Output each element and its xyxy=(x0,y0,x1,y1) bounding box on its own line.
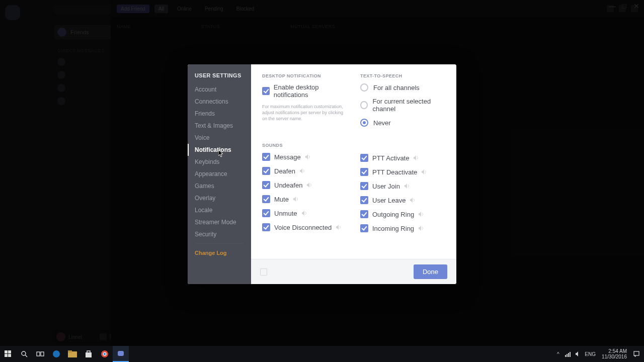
tts-option[interactable]: Never xyxy=(360,119,445,127)
nav-voice[interactable]: Voice xyxy=(188,132,251,144)
checkbox-icon[interactable] xyxy=(360,224,368,232)
enable-desktop-label: Enable desktop notifications xyxy=(274,83,347,99)
checkbox-icon[interactable] xyxy=(262,167,270,175)
nav-games[interactable]: Games xyxy=(188,180,251,192)
nav-appearance[interactable]: Appearance xyxy=(188,168,251,180)
svg-rect-1 xyxy=(8,350,11,353)
sound-row[interactable]: Message xyxy=(262,153,347,161)
checkbox-icon[interactable] xyxy=(262,87,270,95)
preview-sound-icon[interactable] xyxy=(413,155,419,161)
modal-footer: Done xyxy=(251,259,456,284)
sounds-right-col: PTT ActivatePTT DeactivateUser JoinUser … xyxy=(360,154,445,232)
taskbar-chrome[interactable] xyxy=(97,346,113,362)
nav-connections[interactable]: Connections xyxy=(188,96,251,108)
preview-sound-icon[interactable] xyxy=(336,224,342,230)
checkbox-icon[interactable] xyxy=(360,182,368,190)
notifications-panel: DESKTOP NOTIFICATION Enable desktop noti… xyxy=(251,64,456,259)
tray-volume-icon[interactable] xyxy=(575,350,582,357)
nav-overlay[interactable]: Overlay xyxy=(188,192,251,204)
tray-network-icon[interactable] xyxy=(565,350,572,357)
svg-rect-19 xyxy=(570,352,571,357)
sound-row[interactable]: Incoming Ring xyxy=(360,224,445,232)
checkbox-icon[interactable] xyxy=(262,153,270,161)
nav-changelog[interactable]: Change Log xyxy=(188,247,251,259)
sound-row[interactable]: User Join xyxy=(360,182,445,190)
enable-desktop-notifications-row[interactable]: Enable desktop notifications xyxy=(262,83,347,99)
system-tray: ^ ENG 2:54 AM 11/30/2016 xyxy=(554,348,644,359)
sounds-left-col: MessageDeafenUndeafenMuteUnmuteVoice Dis… xyxy=(262,153,347,231)
tray-clock[interactable]: 2:54 AM 11/30/2016 xyxy=(599,348,630,359)
checkbox-icon[interactable] xyxy=(360,168,368,176)
sound-label: PTT Activate xyxy=(372,154,409,162)
radio-icon[interactable] xyxy=(360,101,368,109)
desktop-notification-header: DESKTOP NOTIFICATION xyxy=(262,73,347,78)
done-button[interactable]: Done xyxy=(414,264,447,279)
preview-sound-icon[interactable] xyxy=(418,225,424,231)
nav-friends[interactable]: Friends xyxy=(188,108,251,120)
desktop-helper-text: For maximum notification customization, … xyxy=(262,104,347,122)
checkbox-icon[interactable] xyxy=(360,210,368,218)
sound-row[interactable]: Mute xyxy=(262,195,347,203)
checkbox-icon[interactable] xyxy=(262,223,270,231)
sound-row[interactable]: Deafen xyxy=(262,167,347,175)
nav-security[interactable]: Security xyxy=(188,228,251,240)
mouse-cursor-icon xyxy=(218,150,224,158)
tts-option[interactable]: For all channels xyxy=(360,83,445,92)
sound-label: PTT Deactivate xyxy=(372,168,417,176)
preview-sound-icon[interactable] xyxy=(418,211,424,217)
tray-notifications-icon[interactable] xyxy=(633,350,640,357)
preview-sound-icon[interactable] xyxy=(404,183,410,189)
sound-label: Outgoing Ring xyxy=(372,211,414,218)
radio-icon[interactable] xyxy=(360,83,368,92)
preview-sound-icon[interactable] xyxy=(306,182,312,188)
checkbox-icon[interactable] xyxy=(360,154,368,162)
checkbox-icon[interactable] xyxy=(262,195,270,203)
nav-locale[interactable]: Locale xyxy=(188,204,251,216)
sound-row[interactable]: Undeafen xyxy=(262,181,347,189)
checkbox-icon[interactable] xyxy=(262,181,270,189)
tts-options: For all channelsFor current selected cha… xyxy=(360,83,445,127)
taskbar-explorer[interactable] xyxy=(64,346,80,362)
sound-row[interactable]: Unmute xyxy=(262,209,347,217)
nav-streamer-mode[interactable]: Streamer Mode xyxy=(188,216,251,228)
svg-rect-0 xyxy=(5,350,8,353)
sound-label: User Leave xyxy=(372,197,406,204)
tts-option[interactable]: For current selected channel xyxy=(360,98,445,113)
sound-row[interactable]: PTT Deactivate xyxy=(360,168,445,176)
preview-sound-icon[interactable] xyxy=(299,168,305,174)
task-view-button[interactable] xyxy=(32,346,48,362)
tray-chevron-icon[interactable]: ^ xyxy=(554,350,561,357)
sound-label: Voice Disconnected xyxy=(274,224,332,231)
tts-header: TEXT-TO-SPEECH xyxy=(360,73,445,78)
svg-point-8 xyxy=(53,350,60,357)
svg-rect-16 xyxy=(565,355,566,357)
taskbar-discord[interactable] xyxy=(113,346,129,362)
start-button[interactable] xyxy=(0,346,16,362)
checkbox-icon[interactable] xyxy=(360,196,368,204)
radio-icon[interactable] xyxy=(360,119,368,127)
svg-rect-10 xyxy=(68,350,72,352)
nav-text-images[interactable]: Text & Images xyxy=(188,120,251,132)
sound-row[interactable]: Outgoing Ring xyxy=(360,210,445,218)
nav-account[interactable]: Account xyxy=(188,83,251,96)
preview-sound-icon[interactable] xyxy=(305,154,311,160)
sound-row[interactable]: Voice Disconnected xyxy=(262,223,347,231)
svg-rect-20 xyxy=(634,351,639,355)
preview-sound-icon[interactable] xyxy=(410,197,416,203)
taskbar-edge[interactable] xyxy=(48,346,64,362)
preview-sound-icon[interactable] xyxy=(421,169,427,175)
preview-sound-icon[interactable] xyxy=(293,196,299,202)
user-settings-modal: USER SETTINGS Account Connections Friend… xyxy=(188,64,456,284)
sound-label: Undeafen xyxy=(274,182,302,189)
svg-rect-11 xyxy=(86,352,92,357)
keyboard-shortcut-icon[interactable] xyxy=(260,268,267,276)
search-button[interactable] xyxy=(16,346,32,362)
checkbox-icon[interactable] xyxy=(262,209,270,217)
left-column: DESKTOP NOTIFICATION Enable desktop noti… xyxy=(262,73,347,255)
sound-row[interactable]: User Leave xyxy=(360,196,445,204)
preview-sound-icon[interactable] xyxy=(301,210,307,216)
tray-language[interactable]: ENG xyxy=(585,351,596,357)
sound-row[interactable]: PTT Activate xyxy=(360,154,445,162)
taskbar-store[interactable] xyxy=(80,346,97,362)
svg-rect-7 xyxy=(41,352,44,356)
